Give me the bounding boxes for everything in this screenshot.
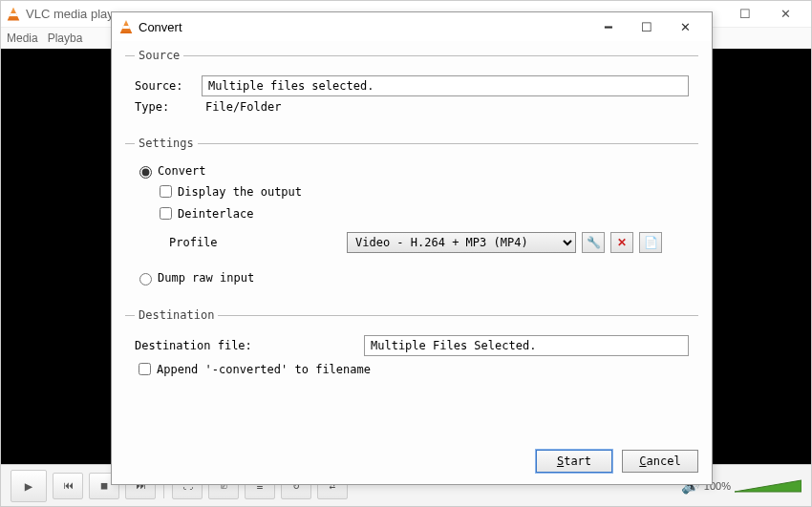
profile-label: Profile xyxy=(169,236,341,249)
dump-radio[interactable] xyxy=(139,273,152,285)
edit-profile-button[interactable]: 🔧 xyxy=(582,232,605,253)
new-profile-icon: 📄 xyxy=(644,236,658,249)
start-button[interactable]: Start xyxy=(536,450,612,473)
svg-marker-0 xyxy=(735,480,801,492)
new-profile-button[interactable]: 📄 xyxy=(639,232,662,253)
source-label: Source: xyxy=(135,79,202,93)
destination-label: Destination file: xyxy=(135,339,307,352)
deinterlace-checkbox[interactable] xyxy=(160,207,172,220)
vlc-cone-icon xyxy=(119,20,133,33)
dialog-titlebar: Convert ━ ☐ ✕ xyxy=(112,12,712,41)
dialog-close-button[interactable]: ✕ xyxy=(666,15,704,38)
dialog-minimize-button[interactable]: ━ xyxy=(589,15,628,38)
destination-group: Destination Destination file: Append '-c… xyxy=(125,308,698,390)
dialog-body: Source Source: Type: File/Folder Setting… xyxy=(112,41,712,442)
convert-dialog: Convert ━ ☐ ✕ Source Source: Type: File/… xyxy=(111,11,713,485)
convert-radio-label: Convert xyxy=(158,164,206,178)
prev-button[interactable]: ⏮ xyxy=(53,473,83,499)
deinterlace-label: Deinterlace xyxy=(178,207,253,221)
dump-radio-label: Dump raw input xyxy=(158,271,254,285)
main-close-button[interactable]: ✕ xyxy=(765,3,805,26)
type-value: File/Folder xyxy=(202,100,281,114)
convert-radio[interactable] xyxy=(139,166,152,179)
menu-media[interactable]: Media xyxy=(7,32,38,45)
menu-playback[interactable]: Playba xyxy=(48,32,83,45)
delete-profile-button[interactable]: ✕ xyxy=(610,232,633,253)
cancel-button[interactable]: Cancel xyxy=(622,450,698,473)
play-button[interactable]: ▶ xyxy=(11,470,47,502)
dialog-maximize-button[interactable]: ☐ xyxy=(628,15,666,38)
type-label: Type: xyxy=(135,100,202,114)
dialog-footer: Start Cancel xyxy=(112,442,712,484)
source-legend: Source xyxy=(135,49,183,62)
wrench-icon: 🔧 xyxy=(587,236,601,249)
destination-legend: Destination xyxy=(135,308,218,322)
volume-slider[interactable] xyxy=(735,478,801,494)
display-output-checkbox[interactable] xyxy=(160,185,172,198)
display-output-label: Display the output xyxy=(178,185,302,199)
destination-input[interactable] xyxy=(364,335,689,356)
main-maximize-button[interactable]: ☐ xyxy=(725,3,765,26)
settings-group: Settings Convert Display the output Dein… xyxy=(125,137,698,297)
vlc-cone-icon xyxy=(7,8,20,21)
delete-icon: ✕ xyxy=(617,236,627,249)
source-group: Source Source: Type: File/Folder xyxy=(125,49,698,125)
append-converted-label: Append '-converted' to filename xyxy=(157,363,371,376)
dialog-title: Convert xyxy=(139,20,182,34)
source-input[interactable] xyxy=(202,75,689,96)
main-window-title: VLC media player xyxy=(26,7,124,21)
settings-legend: Settings xyxy=(135,137,198,150)
append-converted-checkbox[interactable] xyxy=(139,363,151,375)
profile-select[interactable]: Video - H.264 + MP3 (MP4) xyxy=(347,232,576,253)
